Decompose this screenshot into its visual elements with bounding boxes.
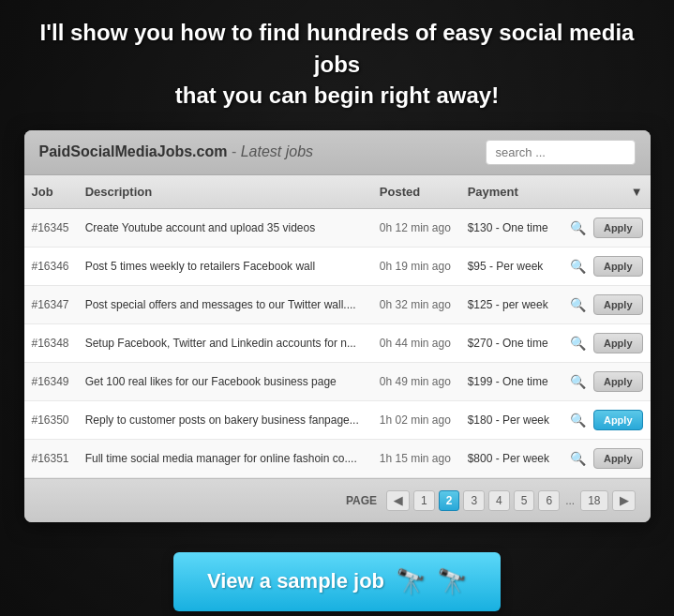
job-desc: Full time social media manager for onlin… [78, 439, 372, 477]
apply-button[interactable]: Apply [593, 371, 643, 392]
search-job-button[interactable]: 🔍 [568, 372, 588, 391]
headline-line1: I'll show you how to find hundreds of ea… [40, 20, 635, 77]
pagination-footer: PAGE ◀ 1 2 3 4 5 6 ... 18 ▶ [24, 478, 651, 522]
job-desc: Post special offers and messages to our … [78, 285, 372, 323]
job-actions: 🔍 Apply [559, 208, 650, 247]
page-dots: ... [563, 494, 577, 507]
job-actions: 🔍 Apply [559, 400, 650, 439]
site-title: PaidSocialMediaJobs.com - Latest jobs [39, 143, 314, 160]
search-job-button[interactable]: 🔍 [568, 218, 588, 237]
table-row: #16348 Setup Facebook, Twitter and Linke… [24, 323, 651, 362]
job-payment: $95 - Per week [460, 247, 559, 285]
search-job-button[interactable]: 🔍 [568, 411, 588, 429]
job-id: #16347 [24, 285, 78, 323]
table-header: Job Description Posted Payment ▼ [24, 175, 651, 209]
table-row: #16346 Post 5 times weekly to retailers … [24, 247, 651, 285]
job-payment: $130 - One time [460, 208, 559, 247]
search-job-button[interactable]: 🔍 [568, 257, 588, 276]
card-header: PaidSocialMediaJobs.com - Latest jobs [24, 130, 651, 175]
table-wrapper: Job Description Posted Payment ▼ #16345 … [24, 175, 651, 478]
job-actions: 🔍 Apply [559, 323, 650, 362]
page-last-button[interactable]: 18 [580, 490, 607, 511]
job-posted: 0h 44 min ago [372, 323, 460, 362]
search-input[interactable] [486, 140, 636, 165]
table-row: #16349 Get 100 real likes for our Facebo… [24, 362, 651, 400]
page-6-button[interactable]: 6 [538, 490, 560, 511]
job-desc: Reply to customer posts on bakery busine… [78, 400, 372, 439]
binoculars-icon2: 🔭 [437, 567, 467, 596]
page-label: PAGE [346, 494, 377, 507]
job-desc: Setup Facebook, Twitter and Linkedin acc… [78, 323, 372, 362]
page-2-button[interactable]: 2 [439, 490, 460, 511]
col-job: Job [24, 175, 78, 209]
apply-button[interactable]: Apply [593, 333, 643, 353]
job-id: #16350 [24, 400, 78, 439]
apply-button[interactable]: Apply [593, 448, 643, 469]
binoculars-icon: 🔭 [396, 567, 426, 596]
job-posted: 0h 19 min ago [372, 247, 460, 285]
job-payment: $125 - per week [460, 285, 559, 323]
job-actions: 🔍 Apply [559, 285, 650, 323]
page-5-button[interactable]: 5 [514, 490, 535, 511]
job-actions: 🔍 Apply [559, 362, 650, 400]
job-payment: $270 - One time [460, 323, 559, 362]
col-sort[interactable]: ▼ [559, 175, 650, 209]
cta-label: View a sample job [207, 569, 384, 593]
search-job-button[interactable]: 🔍 [568, 295, 588, 314]
view-sample-job-button[interactable]: View a sample job 🔭 🔭 [173, 552, 501, 611]
headline-line2: that you can begin right away! [175, 83, 499, 108]
jobs-card: PaidSocialMediaJobs.com - Latest jobs Jo… [24, 130, 651, 522]
headline: I'll show you how to find hundreds of ea… [19, 17, 656, 112]
cta-wrapper: View a sample job 🔭 🔭 [173, 552, 501, 611]
page-1-button[interactable]: 1 [413, 490, 435, 511]
job-posted: 0h 32 min ago [372, 285, 460, 323]
subtitle: Latest jobs [241, 143, 313, 159]
apply-button[interactable]: Apply [593, 410, 643, 430]
job-desc: Post 5 times weekly to retailers Faceboo… [78, 247, 372, 285]
jobs-tbody: #16345 Create Youtube account and upload… [24, 208, 651, 477]
jobs-table: Job Description Posted Payment ▼ #16345 … [24, 175, 651, 478]
apply-button[interactable]: Apply [593, 294, 643, 315]
job-id: #16348 [24, 323, 78, 362]
job-posted: 1h 02 min ago [372, 400, 460, 439]
job-payment: $800 - Per week [460, 439, 559, 477]
page-3-button[interactable]: 3 [463, 490, 485, 511]
apply-button[interactable]: Apply [593, 256, 643, 277]
page-wrapper: I'll show you how to find hundreds of ea… [0, 0, 674, 611]
job-id: #16345 [24, 208, 78, 247]
job-posted: 1h 15 min ago [372, 439, 460, 477]
apply-button[interactable]: Apply [593, 218, 643, 238]
job-actions: 🔍 Apply [559, 439, 650, 477]
search-job-button[interactable]: 🔍 [568, 449, 588, 468]
table-row: #16347 Post special offers and messages … [24, 285, 651, 323]
search-job-button[interactable]: 🔍 [568, 334, 588, 353]
job-posted: 0h 12 min ago [372, 208, 460, 247]
job-payment: $199 - One time [460, 362, 559, 400]
prev-page-button[interactable]: ◀ [386, 490, 410, 511]
table-row: #16345 Create Youtube account and upload… [24, 208, 651, 247]
job-desc: Get 100 real likes for our Facebook busi… [78, 362, 372, 400]
col-posted: Posted [372, 175, 460, 209]
col-payment: Payment [460, 175, 559, 209]
job-desc: Create Youtube account and upload 35 vid… [78, 208, 372, 247]
job-payment: $180 - Per week [460, 400, 559, 439]
table-row: #16351 Full time social media manager fo… [24, 439, 651, 477]
page-4-button[interactable]: 4 [488, 490, 510, 511]
job-id: #16349 [24, 362, 78, 400]
job-id: #16346 [24, 247, 78, 285]
job-posted: 0h 49 min ago [372, 362, 460, 400]
job-actions: 🔍 Apply [559, 247, 650, 285]
job-id: #16351 [24, 439, 78, 477]
separator: - [227, 143, 240, 159]
site-name: PaidSocialMediaJobs.com [39, 143, 228, 159]
table-row: #16350 Reply to customer posts on bakery… [24, 400, 651, 439]
col-description: Description [78, 175, 372, 209]
next-page-button[interactable]: ▶ [612, 490, 636, 511]
